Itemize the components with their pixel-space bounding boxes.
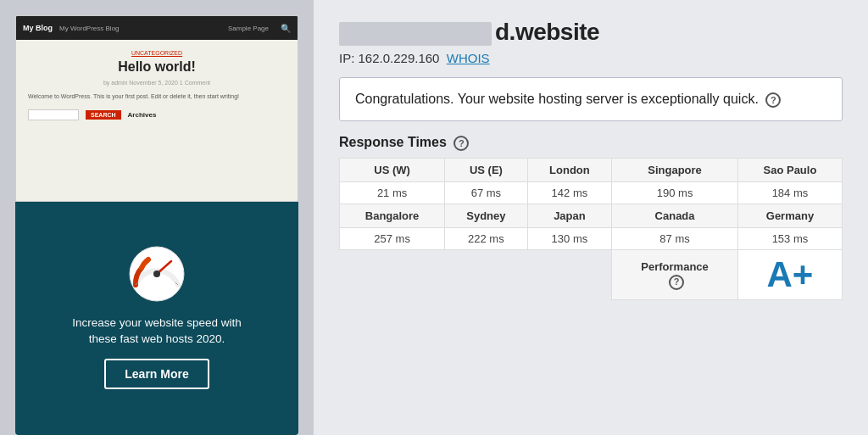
table-cell-us-e: 67 ms xyxy=(445,182,527,204)
site-domain: d.website xyxy=(339,19,843,46)
speed-heading: Increase your website speed with these f… xyxy=(72,315,242,348)
wp-blog-title: My Blog xyxy=(23,24,53,32)
whois-link[interactable]: WHOIS xyxy=(447,51,490,65)
table-row-performance: Performance ? A+ xyxy=(340,250,843,300)
table-cell-bangalore: 257 ms xyxy=(340,228,445,250)
table-cell-singapore: 190 ms xyxy=(612,182,738,204)
grade-value: A+ xyxy=(767,254,814,294)
wp-uncategorized: UNCATEGORIZED xyxy=(28,50,286,56)
wp-blog-subtitle: My WordPress Blog xyxy=(59,25,120,32)
domain-ext: d.website xyxy=(495,19,599,45)
table-header-singapore: Singapore xyxy=(612,159,738,182)
table-header-us-w: US (W) xyxy=(340,159,445,182)
wp-search-input[interactable] xyxy=(28,109,79,120)
table-cell-sydney: 222 ms xyxy=(445,228,527,250)
ip-line: IP: 162.0.229.160 WHOIS xyxy=(339,51,843,65)
ip-address: IP: 162.0.229.160 xyxy=(339,51,439,65)
table-header-us-e: US (E) xyxy=(445,159,527,182)
table-header-bangalore: Bangalore xyxy=(340,204,445,228)
table-row: US (W) US (E) London Singapore Sao Paulo xyxy=(340,159,843,182)
wp-meta: by admin November 5, 2020 1 Comment xyxy=(28,80,286,86)
wp-post-title: Hello world! xyxy=(28,59,286,75)
search-icon: 🔍 xyxy=(281,24,291,33)
table-header-japan: Japan xyxy=(527,204,612,228)
response-times-title: Response Times ? xyxy=(339,135,843,151)
speedometer xyxy=(127,244,186,304)
wp-mockup: My Blog My WordPress Blog Sample Page 🔍 … xyxy=(15,15,298,202)
table-cell-us-w: 21 ms xyxy=(340,182,445,204)
response-times-table: US (W) US (E) London Singapore Sao Paulo… xyxy=(339,158,843,300)
wp-sidebar-section: SEARCH Archives xyxy=(28,109,286,120)
grade-cell: A+ xyxy=(737,250,842,300)
congratulations-help-icon[interactable]: ? xyxy=(765,92,781,108)
table-cell-sao-paulo: 184 ms xyxy=(737,182,842,204)
left-panel: My Blog My WordPress Blog Sample Page 🔍 … xyxy=(0,0,314,435)
wp-search-button[interactable]: SEARCH xyxy=(86,110,121,120)
table-row: Bangalore Sydney Japan Canada Germany xyxy=(340,204,843,228)
speed-section: Increase your website speed with these f… xyxy=(15,202,298,435)
wp-sample-page: Sample Page xyxy=(228,25,269,32)
congratulations-box: Congratulations. Your website hosting se… xyxy=(339,77,843,121)
wp-content: Welcome to WordPress. This is your first… xyxy=(28,92,286,101)
table-header-canada: Canada xyxy=(612,204,738,228)
response-times-help-icon[interactable]: ? xyxy=(453,136,469,151)
table-cell-london: 142 ms xyxy=(527,182,612,204)
congratulations-text: Congratulations. Your website hosting se… xyxy=(355,92,759,106)
performance-help-icon[interactable]: ? xyxy=(669,275,684,290)
table-header-london: London xyxy=(527,159,612,182)
table-header-sydney: Sydney xyxy=(445,204,527,228)
table-row: 257 ms 222 ms 130 ms 87 ms 153 ms xyxy=(340,228,843,250)
domain-blurred xyxy=(339,22,492,46)
learn-more-button[interactable]: Learn More xyxy=(104,359,209,389)
wp-header: My Blog My WordPress Blog Sample Page 🔍 xyxy=(16,16,298,40)
table-cell-germany: 153 ms xyxy=(737,228,842,250)
performance-label: Performance ? xyxy=(619,260,731,290)
performance-cell: Performance ? xyxy=(612,250,738,300)
table-cell-japan: 130 ms xyxy=(527,228,612,250)
right-panel: d.website IP: 162.0.229.160 WHOIS Congra… xyxy=(314,0,868,435)
svg-point-2 xyxy=(153,270,160,277)
table-row: 21 ms 67 ms 142 ms 190 ms 184 ms xyxy=(340,182,843,204)
table-header-germany: Germany xyxy=(737,204,842,228)
table-header-sao-paulo: Sao Paulo xyxy=(737,159,842,182)
wp-body: UNCATEGORIZED Hello world! by admin Nove… xyxy=(16,40,298,131)
wp-archives-label: Archives xyxy=(128,111,157,119)
table-cell-canada: 87 ms xyxy=(612,228,738,250)
